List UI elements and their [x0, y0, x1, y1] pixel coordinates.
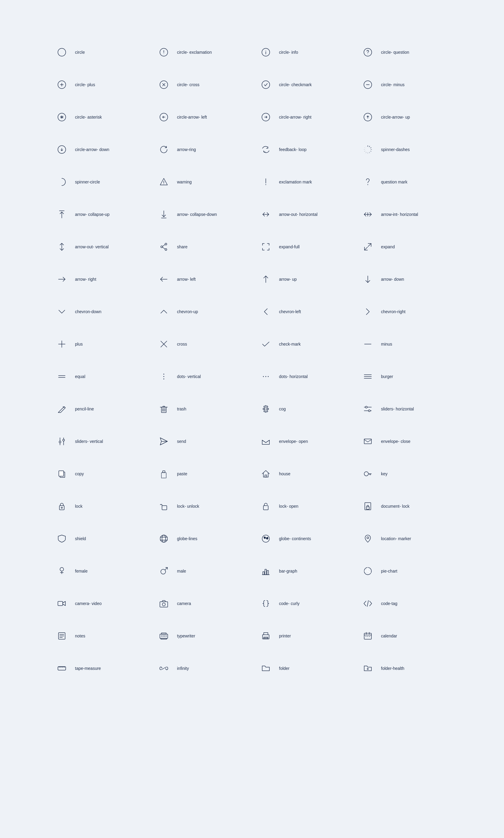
arrow-int-horizontal-icon — [360, 207, 376, 222]
chevron-right-label: chevron-right — [381, 309, 406, 314]
pie-chart-label: pie-chart — [381, 569, 397, 574]
icon-cell-folder: folder — [252, 652, 354, 685]
shield-icon — [54, 531, 70, 546]
svg-point-96 — [63, 439, 65, 441]
feedback-loop-icon — [258, 142, 274, 157]
icon-cell-globe-continents: globe- continents — [252, 522, 354, 555]
icon-cell-expand-full: expand-full — [252, 231, 354, 263]
lock-unlock-label: lock- unlock — [177, 504, 199, 509]
svg-line-133 — [367, 600, 368, 607]
svg-rect-152 — [364, 633, 372, 639]
icon-cell-cog: cog — [252, 393, 354, 425]
envelope-open-icon — [258, 434, 274, 449]
icon-cell-circle-minus: circle- minus — [354, 68, 456, 101]
svg-rect-127 — [265, 569, 266, 575]
svg-point-104 — [364, 472, 368, 476]
expand-full-icon — [258, 239, 274, 255]
bar-graph-icon — [258, 563, 274, 579]
svg-point-57 — [161, 246, 163, 248]
circle-label: circle — [75, 50, 85, 55]
svg-point-119 — [367, 537, 369, 539]
icon-cell-arrow-collapse-up: arrow- collapse-up — [48, 198, 150, 231]
circle-checkmark-icon — [258, 77, 274, 92]
arrow-right-icon — [54, 272, 70, 287]
svg-rect-130 — [58, 601, 63, 606]
svg-line-32 — [371, 148, 372, 148]
chevron-left-label: chevron-left — [279, 309, 301, 314]
printer-icon — [258, 628, 274, 644]
icon-cell-circle-info: circle- info — [252, 36, 354, 68]
arrow-ring-label: arrow-ring — [177, 147, 196, 152]
warning-label: warning — [177, 179, 192, 185]
circle-icon — [54, 45, 70, 60]
svg-point-92 — [368, 410, 370, 412]
icon-cell-printer: printer — [252, 620, 354, 652]
key-label: key — [381, 471, 388, 476]
svg-point-118 — [262, 535, 269, 542]
arrow-int-horizontal-label: arrow-int- horizontal — [381, 212, 418, 217]
svg-point-95 — [59, 441, 61, 443]
icon-cell-chevron-left: chevron-left — [252, 295, 354, 328]
chevron-down-icon — [54, 304, 70, 319]
svg-rect-138 — [160, 634, 168, 638]
icon-cell-circle: circle — [48, 36, 150, 68]
icon-cell-chevron-right: chevron-right — [354, 295, 456, 328]
svg-point-109 — [61, 507, 62, 508]
arrow-ring-icon — [156, 142, 172, 157]
icon-cell-circle-arrow-right: circle-arrow- right — [252, 101, 354, 133]
icon-cell-lock-open: lock- open — [252, 490, 354, 522]
svg-rect-98 — [364, 439, 372, 444]
paste-label: paste — [177, 471, 187, 476]
icon-cell-warning: warning — [150, 166, 252, 198]
arrow-left-icon — [156, 272, 172, 287]
calendar-label: calendar — [381, 633, 397, 639]
icon-cell-equal: equal — [48, 360, 150, 393]
trash-icon — [156, 401, 172, 417]
dots-vertical-icon — [156, 369, 172, 384]
location-marker-label: location- marker — [381, 536, 411, 541]
folder-health-icon — [360, 661, 376, 676]
circle-arrow-up-label: circle-arrow- up — [381, 115, 410, 120]
cog-icon — [258, 401, 274, 417]
globe-lines-icon — [156, 531, 172, 546]
icon-cell-arrow-ring: arrow-ring — [150, 133, 252, 166]
lock-label: lock — [75, 504, 83, 509]
dots-vertical-label: dots- vertical — [177, 374, 201, 379]
icon-cell-spinner-circle: spinner-circle — [48, 166, 150, 198]
arrow-collapse-up-label: arrow- collapse-up — [75, 212, 109, 217]
circle-plus-label: circle- plus — [75, 82, 95, 87]
icon-cell-send: send — [150, 425, 252, 458]
pie-chart-icon — [360, 563, 376, 579]
spinner-circle-label: spinner-circle — [75, 179, 100, 185]
svg-rect-126 — [263, 572, 264, 575]
svg-line-61 — [364, 247, 367, 250]
icon-cell-document-lock: document- lock — [354, 490, 456, 522]
arrow-right-label: arrow- right — [75, 277, 96, 282]
infinity-icon — [156, 661, 172, 676]
svg-point-115 — [162, 535, 166, 542]
svg-point-76 — [263, 376, 264, 377]
house-label: house — [279, 471, 290, 476]
sliders-vertical-label: sliders- vertical — [75, 439, 103, 444]
circle-info-label: circle- info — [279, 50, 298, 55]
camera-label: camera — [177, 601, 191, 606]
icon-cell-sliders-horizontal: sliders- horizontal — [354, 393, 456, 425]
dots-horizontal-label: dots- horizontal — [279, 374, 308, 379]
circle-cross-label: circle- cross — [177, 82, 199, 87]
circle-checkmark-label: circle- checkmark — [279, 82, 312, 87]
arrow-collapse-down-icon — [156, 207, 172, 222]
minus-icon — [360, 336, 376, 352]
house-icon — [258, 466, 274, 482]
infinity-label: infinity — [177, 666, 189, 671]
chevron-up-icon — [156, 304, 172, 319]
globe-continents-label: globe- continents — [279, 536, 311, 541]
svg-point-3 — [163, 53, 164, 54]
svg-line-40 — [364, 148, 365, 148]
equal-icon — [54, 369, 70, 384]
icon-cell-circle-arrow-down: circle-arrow- down — [48, 133, 150, 166]
svg-rect-112 — [365, 503, 371, 510]
icon-cell-trash: trash — [150, 393, 252, 425]
svg-line-37 — [366, 152, 366, 153]
typewriter-label: typewriter — [177, 633, 195, 639]
svg-point-0 — [58, 48, 66, 56]
